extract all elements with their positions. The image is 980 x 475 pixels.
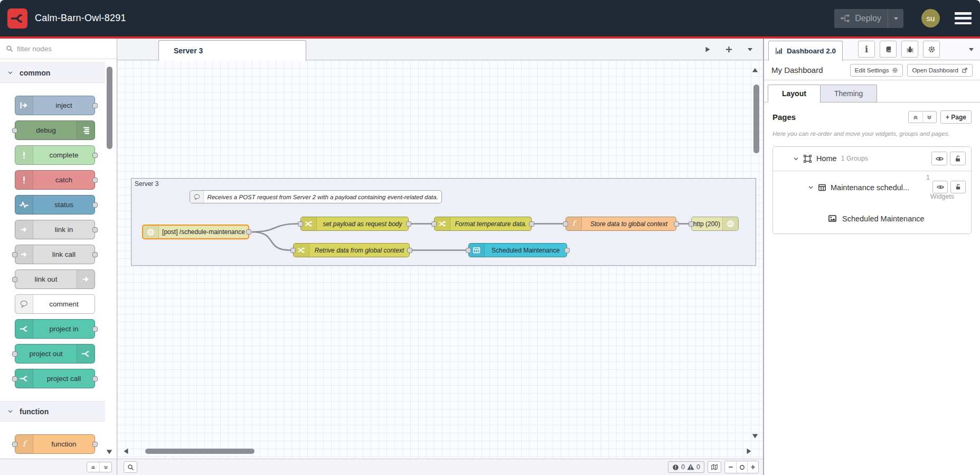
group-visibility-button[interactable] [932, 181, 948, 193]
navigator-button[interactable] [708, 461, 721, 473]
palette-node-complete[interactable]: complete [15, 145, 95, 165]
output-port[interactable] [92, 202, 98, 208]
sidebar-options-caret[interactable] [968, 46, 975, 53]
palette-category-function[interactable]: function [0, 401, 105, 422]
page-lock-button[interactable] [950, 152, 966, 165]
flow-node-store[interactable]: fStore data to global context [566, 217, 676, 231]
palette-node-link-in[interactable]: link in [15, 220, 95, 239]
palette-collapse-all-button[interactable] [87, 462, 99, 472]
canvas-vertical-scrollbar[interactable] [753, 85, 759, 153]
input-port[interactable] [12, 442, 17, 447]
palette-node-project-in[interactable]: project in [15, 319, 95, 339]
zoom-reset-button[interactable] [736, 461, 747, 473]
group-lock-button[interactable] [950, 181, 966, 193]
flow-node-httpin[interactable]: [post] /schedule-maintenance [142, 225, 249, 239]
tree-row-maintenance-group[interactable]: Maintenance schedul... 1 Widgets [773, 171, 971, 204]
output-port[interactable] [674, 221, 679, 227]
user-avatar[interactable]: su [921, 9, 940, 27]
input-port[interactable] [12, 351, 17, 357]
output-port[interactable] [92, 376, 98, 381]
chevron-down-icon[interactable] [808, 184, 814, 190]
tree-row-scheduled-maintenance-widget[interactable]: Scheduled Maintenance [773, 204, 971, 234]
deploy-options-caret[interactable] [888, 9, 903, 28]
flow-node-comment[interactable]: Receives a POST request from Server 2 wi… [190, 190, 442, 203]
palette-node-function[interactable]: ffunction [15, 434, 95, 454]
flow-node-format[interactable]: Format temperature data. [434, 217, 532, 231]
add-flow-button[interactable] [725, 45, 733, 53]
flow-node-retrive[interactable]: Retrive data from global context [293, 243, 410, 257]
add-page-button[interactable]: + Page [940, 110, 972, 124]
palette-node-project-out[interactable]: project out [15, 344, 95, 364]
deploy-button[interactable]: Deploy [834, 9, 903, 28]
tab-dashboard-2[interactable]: Dashboard 2.0 [768, 41, 843, 61]
debug-messages-button[interactable] [901, 41, 918, 58]
canvas-horizontal-scrollbar[interactable] [145, 449, 255, 454]
output-port[interactable] [92, 442, 98, 447]
edit-settings-button[interactable]: Edit Settings [850, 64, 903, 77]
input-port[interactable] [298, 221, 303, 227]
canvas-scroll-right-arrow[interactable] [745, 448, 752, 455]
flow-node-http200[interactable]: http (200) [691, 217, 739, 231]
palette-expand-all-button[interactable] [99, 462, 111, 472]
zoom-in-button[interactable] [747, 461, 758, 473]
output-port[interactable] [92, 178, 98, 183]
output-port[interactable] [92, 227, 98, 232]
output-port[interactable] [246, 229, 251, 235]
palette-node-link-out[interactable]: link out [15, 269, 95, 289]
palette-node-inject[interactable]: inject [15, 96, 95, 115]
tab-server-3[interactable]: Server 3 [158, 40, 306, 61]
flow-list-caret[interactable] [747, 46, 753, 53]
palette-filter[interactable]: filter nodes [0, 39, 117, 59]
tab-layout[interactable]: Layout [768, 85, 821, 103]
canvas-search-button[interactable] [124, 461, 137, 473]
main-menu-button[interactable] [955, 12, 972, 24]
pages-expand-all-button[interactable] [922, 111, 936, 123]
palette-scroll-down-arrow[interactable] [106, 448, 113, 455]
open-dashboard-button[interactable]: Open Dashboard [907, 64, 973, 77]
palette-node-catch[interactable]: catch [15, 170, 95, 190]
input-port[interactable] [466, 248, 471, 253]
palette-node-link-call[interactable]: link call [15, 245, 95, 264]
tab-scroll-right-icon[interactable] [704, 46, 711, 53]
palette-node-comment[interactable]: comment [15, 294, 95, 314]
canvas-scroll-down-arrow[interactable] [751, 432, 759, 440]
config-nodes-button[interactable] [923, 41, 940, 58]
tab-theming[interactable]: Theming [821, 85, 877, 103]
input-port[interactable] [431, 221, 437, 227]
output-port[interactable] [92, 153, 98, 158]
pages-collapse-all-button[interactable] [909, 111, 922, 123]
input-port[interactable] [563, 221, 568, 227]
input-port[interactable] [12, 252, 17, 257]
palette-node-project-call[interactable]: project call [15, 369, 95, 388]
chevron-down-icon[interactable] [793, 156, 799, 162]
page-visibility-button[interactable] [931, 152, 947, 165]
zoom-out-button[interactable] [725, 461, 736, 473]
wire-httpin-to-retrive[interactable] [252, 232, 290, 250]
palette-scrollbar[interactable] [107, 67, 112, 149]
palette-node-debug[interactable]: debug [15, 120, 95, 140]
palette-category-common[interactable]: common [0, 62, 105, 83]
output-port[interactable] [92, 103, 98, 108]
input-port[interactable] [689, 221, 694, 227]
flow-issues-status[interactable]: 0 0 [668, 461, 704, 473]
canvas-scroll-up-arrow[interactable] [751, 67, 759, 74]
output-port[interactable] [564, 248, 570, 253]
input-port[interactable] [12, 376, 17, 381]
flow-node-setpayload[interactable]: set payload as request body [300, 217, 409, 231]
input-port[interactable] [12, 277, 17, 282]
flow-canvas[interactable]: Server 3Receives a POST request from Ser… [117, 60, 763, 459]
canvas-scroll-left-arrow[interactable] [123, 448, 130, 455]
wire-httpin-to-setpayload[interactable] [252, 224, 298, 232]
input-port[interactable] [12, 128, 17, 133]
output-port[interactable] [407, 248, 412, 253]
palette-node-status[interactable]: status [15, 195, 95, 215]
output-port[interactable] [92, 252, 98, 257]
tree-row-home[interactable]: Home 1 Groups [773, 147, 971, 171]
output-port[interactable] [406, 221, 411, 227]
input-port[interactable] [290, 248, 296, 253]
flow-node-table[interactable]: Scheduled Maintenance [468, 243, 567, 257]
output-port[interactable] [92, 327, 98, 332]
node-info-button[interactable]: i [858, 41, 875, 58]
help-button[interactable] [880, 41, 897, 58]
output-port[interactable] [529, 221, 534, 227]
